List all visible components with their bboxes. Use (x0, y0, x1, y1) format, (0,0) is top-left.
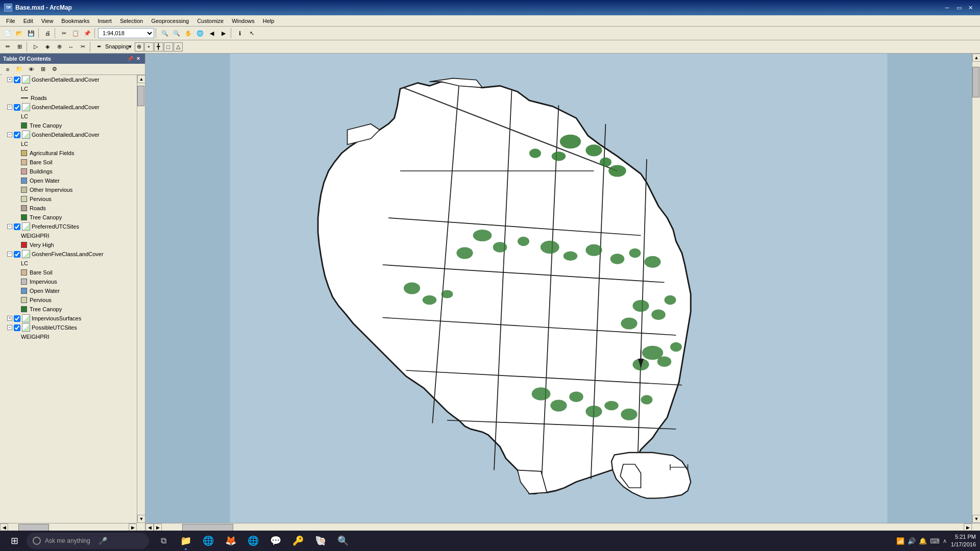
zoom-in-button[interactable]: 🔍 (159, 28, 170, 39)
identify-button[interactable]: ℹ (234, 28, 246, 39)
taskbar-app-chat[interactable]: 💬 (265, 531, 286, 551)
toc-close-button[interactable]: ✕ (135, 55, 142, 62)
layer-goshen3-lc[interactable]: LC (0, 139, 137, 148)
pan-button[interactable]: ✋ (183, 28, 194, 39)
toc-scroll-down[interactable]: ▼ (137, 515, 145, 523)
print-button[interactable]: 🖨 (42, 28, 53, 39)
snap-btn-2[interactable]: ∘ (144, 42, 154, 52)
toc-hscroll-right[interactable]: ▶ (129, 523, 137, 532)
expand-goshen1[interactable]: + (7, 77, 12, 82)
menu-customize[interactable]: Customize (193, 17, 228, 25)
checkbox-goshen1[interactable] (14, 77, 20, 83)
layer-goshen3-buildings[interactable]: Buildings (0, 167, 137, 176)
menu-insert[interactable]: Insert (93, 17, 116, 25)
checkbox-possible[interactable] (14, 324, 20, 331)
layer-goshen1-roads[interactable]: Roads (0, 93, 137, 103)
expand-goshen2[interactable]: − (7, 105, 12, 110)
taskbar-search[interactable]: Ask me anything 🎤 (27, 533, 149, 549)
menu-windows[interactable]: Windows (228, 17, 259, 25)
menu-file[interactable]: File (2, 17, 19, 25)
toc-list-by-selection[interactable]: ⊞ (37, 64, 48, 75)
layer-goshen5[interactable]: − GoshenFiveClassLandCover (0, 249, 137, 259)
start-button[interactable]: ⊞ (4, 531, 24, 551)
task-view-button[interactable]: ⧉ (153, 531, 174, 551)
map-scroll-thumb[interactable] (972, 67, 979, 97)
attr-table-button[interactable]: ⊞ (14, 41, 25, 53)
layer-goshen3-baresoil[interactable]: Bare Soil (0, 158, 137, 167)
layer-goshen3[interactable]: − GoshenDetailedLandCover (0, 130, 137, 139)
layer-goshen3-otherimpervious[interactable]: Other Impervious (0, 185, 137, 194)
edit-tool[interactable]: ✏ (2, 41, 13, 53)
checkbox-impervious[interactable] (14, 315, 20, 322)
taskbar-app-explorer[interactable]: 📁 (176, 531, 196, 551)
save-button[interactable]: 💾 (26, 28, 37, 39)
layer-goshen2-treecanopy[interactable]: Tree Canopy (0, 121, 137, 130)
open-button[interactable]: 📂 (14, 28, 25, 39)
edit-btn-1[interactable]: ▷ (30, 41, 41, 53)
snap-btn-1[interactable]: ⊕ (135, 42, 144, 52)
map-scroll-up[interactable]: ▲ (972, 54, 980, 62)
menu-view[interactable]: View (37, 17, 58, 25)
taskbar-app-shell[interactable]: 🐚 (310, 531, 331, 551)
map-vscrollbar[interactable]: ▲ ▼ (972, 54, 980, 523)
layer-goshen1[interactable]: + GoshenDetailedLandCover (0, 75, 137, 84)
menu-bookmarks[interactable]: Bookmarks (57, 17, 93, 25)
toc-vscrollbar[interactable]: ▲ ▼ (137, 75, 145, 523)
layer-goshen5-lc[interactable]: LC (0, 259, 137, 268)
new-button[interactable]: 📄 (2, 28, 13, 39)
expand-goshen5[interactable]: − (7, 252, 12, 257)
layer-possible[interactable]: − PossibleUTCSites (0, 323, 137, 332)
map-scroll-down[interactable]: ▼ (972, 515, 980, 523)
layer-goshen3-openwater[interactable]: Open Water (0, 176, 137, 185)
layer-preferred-weighpri[interactable]: WEIGHPRI (0, 231, 137, 240)
taskbar-app-firefox[interactable]: 🦊 (220, 531, 241, 551)
paste-button[interactable]: 📌 (82, 28, 93, 39)
layer-goshen5-pervious[interactable]: Pervious (0, 295, 137, 305)
layer-goshen3-treecanopy[interactable]: Tree Canopy (0, 213, 137, 222)
close-button[interactable]: ✕ (965, 3, 976, 13)
map-hscrollbar[interactable]: ◀ ▶ ▶ (145, 523, 980, 531)
toc-hscrollbar[interactable]: ◀ ▶ (0, 523, 137, 531)
layer-goshen2[interactable]: − GoshenDetailedLandCover (0, 103, 137, 112)
sketch-tool[interactable]: ✒ (93, 41, 105, 53)
toc-list-by-source[interactable]: 📁 (14, 64, 25, 75)
cut-button[interactable]: ✂ (58, 28, 69, 39)
prev-extent-button[interactable]: ◀ (206, 28, 217, 39)
layer-goshen5-treecanopy[interactable]: Tree Canopy (0, 305, 137, 314)
hscroll-thumb[interactable] (182, 524, 233, 531)
toc-hscroll-left[interactable]: ◀ (0, 523, 8, 532)
zoom-out-button[interactable]: 🔍 (171, 28, 182, 39)
layer-impervious-surfaces[interactable]: + ImperviousSurfaces (0, 314, 137, 323)
layer-goshen1-lc[interactable]: LC (0, 84, 137, 93)
full-extent-button[interactable]: 🌐 (194, 28, 206, 39)
checkbox-goshen3[interactable] (14, 132, 20, 138)
expand-possible[interactable]: − (7, 325, 12, 330)
select-button[interactable]: ↖ (246, 28, 257, 39)
checkbox-goshen2[interactable] (14, 104, 20, 111)
checkbox-preferred[interactable] (14, 223, 20, 230)
layer-preferred[interactable]: − PreferredUTCSites (0, 222, 137, 231)
expand-preferred[interactable]: − (7, 224, 12, 229)
layer-goshen5-baresoil[interactable]: Bare Soil (0, 268, 137, 277)
next-extent-button[interactable]: ▶ (218, 28, 229, 39)
menu-geoprocessing[interactable]: Geoprocessing (147, 17, 193, 25)
snap-btn-5[interactable]: △ (174, 42, 183, 52)
layer-goshen3-roads[interactable]: Roads (0, 204, 137, 213)
edit-btn-3[interactable]: ⊕ (54, 41, 65, 53)
minimize-button[interactable]: ─ (942, 3, 952, 13)
edit-btn-4[interactable]: ↔ (65, 41, 77, 53)
menu-selection[interactable]: Selection (116, 17, 147, 25)
taskbar-app-edge[interactable]: 🌐 (198, 531, 218, 551)
menu-edit[interactable]: Edit (19, 17, 37, 25)
toc-scroll-thumb[interactable] (137, 86, 144, 106)
toc-options[interactable]: ⚙ (49, 64, 60, 75)
menu-help[interactable]: Help (259, 17, 279, 25)
layer-goshen3-agfields[interactable]: Agricultural Fields (0, 148, 137, 158)
checkbox-goshen5[interactable] (14, 251, 20, 258)
edit-btn-2[interactable]: ◈ (42, 41, 53, 53)
taskbar-app-chrome[interactable]: 🌐 (243, 531, 263, 551)
toc-scroll-up[interactable]: ▲ (137, 75, 145, 83)
scale-dropdown[interactable]: 1:94,018 (98, 28, 154, 38)
layer-possible-weighpri[interactable]: WEIGHPRI (0, 332, 137, 341)
snap-btn-3[interactable]: ╋ (154, 42, 163, 52)
